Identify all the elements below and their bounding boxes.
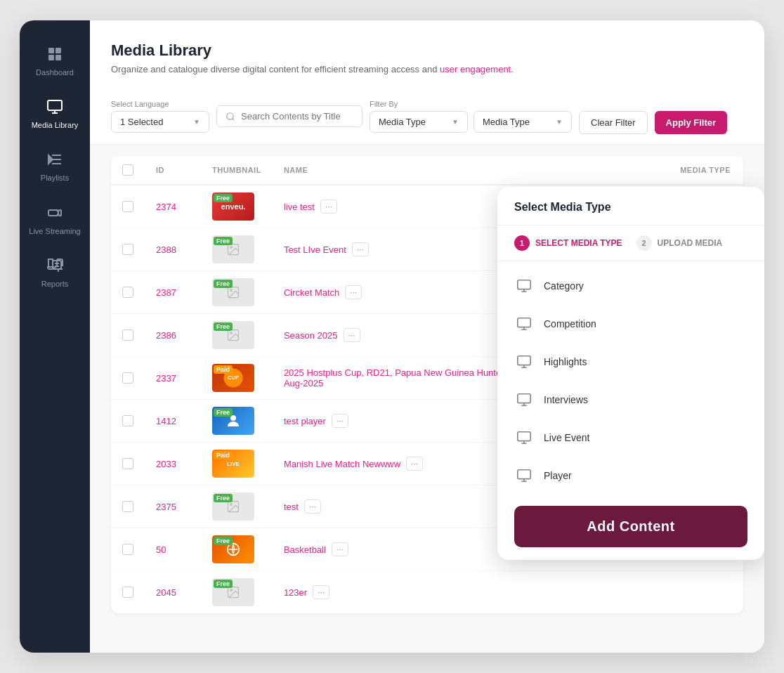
row-thumbnail: PaidLIVE	[201, 443, 273, 485]
svg-line-15	[233, 118, 235, 120]
row-checkbox[interactable]	[122, 544, 133, 555]
media-icon	[45, 97, 65, 117]
grid-icon	[45, 44, 65, 64]
row-checkbox[interactable]	[122, 458, 133, 469]
sidebar-item-live-streaming[interactable]: Live Streaming	[20, 193, 90, 246]
svg-point-19	[230, 289, 233, 292]
page-subtitle: Organize and catalogue diverse digital c…	[111, 64, 743, 74]
svg-rect-39	[518, 394, 530, 403]
dropdown-item-live-event[interactable]: Live Event	[497, 419, 764, 457]
row-checkbox[interactable]	[122, 501, 133, 512]
language-filter-group: Select Language 1 Selected ▼	[111, 100, 209, 133]
step-1-label: SELECT MEDIA TYPE	[535, 238, 622, 248]
svg-point-14	[227, 112, 233, 119]
media-type-dropdown: Select Media Type 1 SELECT MEDIA TYPE 2 …	[497, 187, 764, 560]
sidebar-label-playlists: Playlists	[41, 174, 69, 183]
search-box[interactable]	[216, 105, 362, 127]
page-header: Media Library Organize and catalogue div…	[90, 20, 764, 89]
filter-by-group: Filter By Media Type ▼ Media Type ▼	[370, 100, 572, 133]
row-thumbnail: Freeenveu.	[201, 185, 273, 228]
dropdown-item-player[interactable]: Player	[497, 457, 764, 495]
svg-rect-4	[48, 100, 62, 110]
row-id: 50	[145, 528, 201, 571]
sidebar-item-dashboard[interactable]: Dashboard	[20, 34, 90, 87]
search-icon	[226, 112, 235, 122]
sidebar-label-dashboard: Dashboard	[36, 68, 74, 77]
row-checkbox[interactable]	[122, 329, 133, 341]
dropdown-steps: 1 SELECT MEDIA TYPE 2 UPLOAD MEDIA	[497, 226, 764, 261]
row-id: 2045	[145, 571, 201, 614]
svg-rect-36	[518, 356, 530, 365]
row-more-button[interactable]: ···	[406, 457, 423, 471]
media-type-select[interactable]: Media Type ▼	[473, 111, 572, 133]
row-more-button[interactable]: ···	[344, 328, 360, 342]
player-icon	[514, 466, 534, 485]
row-thumbnail: Free	[201, 528, 273, 571]
chevron-down-icon: ▼	[193, 118, 200, 126]
media-type-chevron: ▼	[556, 118, 563, 126]
step-2: 2 UPLOAD MEDIA	[636, 235, 723, 251]
sidebar-label-reports: Reports	[41, 280, 69, 289]
row-checkbox[interactable]	[122, 587, 133, 598]
dropdown-item-interviews[interactable]: Interviews	[497, 381, 764, 419]
row-more-button[interactable]: ···	[352, 242, 369, 256]
svg-rect-3	[55, 55, 61, 60]
dropdown-item-category[interactable]: Category	[497, 267, 764, 305]
filter-by-row: Media Type ▼ Media Type ▼	[370, 111, 572, 133]
clear-filter-button[interactable]: Clear Filter	[579, 111, 648, 134]
svg-rect-30	[518, 280, 530, 289]
row-checkbox[interactable]	[122, 287, 133, 298]
step-2-label: UPLOAD MEDIA	[658, 238, 723, 248]
add-content-button[interactable]: Add Content	[514, 506, 747, 547]
step-1-num: 1	[514, 235, 530, 251]
filter-by-value: Media Type	[379, 117, 426, 127]
sidebar-label-media-library: Media Library	[32, 121, 79, 130]
svg-rect-2	[48, 55, 54, 60]
sidebar-item-media-library[interactable]: Media Library	[20, 87, 90, 140]
filter-by-select[interactable]: Media Type ▼	[370, 111, 468, 133]
row-more-button[interactable]: ···	[345, 285, 362, 299]
row-checkbox[interactable]	[122, 415, 133, 426]
filter-by-label: Filter By	[370, 100, 572, 108]
language-value: 1 Selected	[120, 117, 163, 127]
row-thumbnail: Free	[201, 400, 273, 443]
app-container: Dashboard Media Library Pla	[20, 20, 764, 653]
apply-filter-button[interactable]: Apply Filter	[655, 111, 728, 134]
category-icon	[514, 276, 534, 296]
svg-point-21	[230, 332, 233, 334]
select-all-checkbox[interactable]	[122, 164, 133, 176]
row-id: 2375	[145, 485, 201, 528]
svg-rect-1	[55, 48, 61, 53]
interviews-label: Interviews	[544, 394, 588, 405]
row-more-button[interactable]: ···	[320, 200, 337, 214]
highlights-label: Highlights	[544, 356, 587, 367]
row-checkbox[interactable]	[122, 244, 133, 255]
highlights-icon	[514, 352, 534, 372]
language-select[interactable]: 1 Selected ▼	[111, 111, 209, 133]
svg-point-17	[230, 247, 233, 249]
row-thumbnail: Free	[201, 571, 273, 614]
live-event-icon	[514, 428, 534, 447]
row-thumbnail: Free	[201, 228, 273, 271]
row-more-button[interactable]: ···	[313, 585, 329, 599]
interviews-icon	[514, 390, 534, 410]
row-more-button[interactable]: ···	[332, 542, 348, 556]
dropdown-item-competition[interactable]: Competition	[497, 305, 764, 343]
dropdown-item-highlights[interactable]: Highlights	[497, 343, 764, 381]
row-media-type	[669, 571, 743, 614]
sidebar-item-reports[interactable]: Reports	[20, 246, 90, 299]
svg-marker-10	[48, 155, 53, 164]
search-input[interactable]	[241, 111, 353, 122]
svg-text:CUP: CUP	[228, 374, 239, 381]
row-id: 2387	[145, 271, 201, 314]
dropdown-list: Category Competition Highlights	[497, 261, 764, 500]
row-more-button[interactable]: ···	[304, 499, 321, 514]
row-thumbnail: Free	[201, 271, 273, 314]
row-checkbox[interactable]	[122, 201, 133, 212]
row-thumbnail: Free	[201, 314, 273, 357]
row-more-button[interactable]: ···	[332, 414, 348, 428]
row-checkbox[interactable]	[122, 372, 133, 384]
subtitle-link[interactable]: user engagement.	[440, 64, 514, 74]
row-id: 2388	[145, 228, 201, 271]
sidebar-item-playlists[interactable]: Playlists	[20, 140, 90, 192]
